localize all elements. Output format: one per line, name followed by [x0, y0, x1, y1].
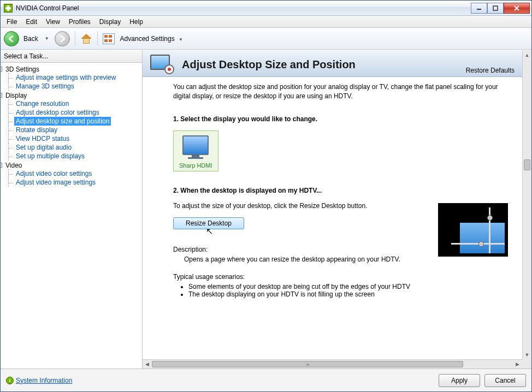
- content-area: Adjust Desktop Size and Position Restore…: [143, 50, 531, 369]
- arrow-right-icon: [58, 35, 66, 43]
- tree-item[interactable]: Set up multiple displays: [14, 152, 86, 161]
- menu-display[interactable]: Display: [96, 17, 125, 27]
- back-history-dropdown[interactable]: ▼: [45, 36, 49, 41]
- step-2: 2. When the desktop is displayed on my H…: [173, 187, 506, 229]
- usage-list: Some elements of your desktop are being …: [188, 283, 506, 298]
- body: Select a Task... − 3D Settings Adjust im…: [1, 50, 531, 369]
- arrow-left-icon: [8, 35, 15, 43]
- display-label: Sharp HDMI: [179, 162, 212, 169]
- horizontal-scrollbar[interactable]: ◀ ▶: [143, 359, 522, 369]
- tree-group-display[interactable]: Display: [4, 91, 28, 100]
- menubar: File Edit View Profiles Display Help: [1, 16, 531, 28]
- app-icon: [4, 4, 13, 13]
- toolbar: Back ▼ Advanced Settings ▼: [1, 28, 531, 50]
- tree-item[interactable]: Change resolution: [14, 99, 70, 108]
- tree-item[interactable]: Rotate display: [14, 126, 59, 134]
- tree-group-video[interactable]: Video: [4, 161, 23, 170]
- scroll-thumb[interactable]: [152, 361, 463, 367]
- tree-item[interactable]: Adjust video image settings: [14, 178, 97, 187]
- chevron-down-icon: ▼: [179, 37, 183, 42]
- step-1-title: 1. Select the display you would like to …: [173, 115, 506, 123]
- task-tree: − 3D Settings Adjust image settings with…: [1, 63, 142, 369]
- monitor-icon: [182, 135, 209, 155]
- info-icon: i: [6, 377, 14, 384]
- tree-group-3d-settings[interactable]: 3D Settings: [4, 65, 41, 74]
- page-title: Adjust Desktop Size and Position: [182, 58, 515, 74]
- usage-item: The desktop displaying on your HDTV is n…: [188, 290, 506, 298]
- tree-item[interactable]: View HDCP status: [14, 134, 71, 143]
- description-body: Opens a page where you can resize the de…: [173, 256, 506, 263]
- tree-item[interactable]: Adjust video color settings: [14, 169, 93, 178]
- scroll-left-arrow[interactable]: ◀: [143, 360, 152, 369]
- system-information-link[interactable]: i System Information: [6, 377, 72, 384]
- display-card-sharp-hdmi[interactable]: Sharp HDMI: [173, 130, 218, 171]
- menu-view[interactable]: View: [42, 17, 64, 27]
- scroll-thumb[interactable]: [524, 159, 530, 170]
- svg-rect-1: [493, 6, 498, 10]
- cancel-button[interactable]: Cancel: [484, 374, 526, 387]
- step-1: 1. Select the display you would like to …: [173, 115, 506, 171]
- restore-defaults-link[interactable]: Restore Defaults: [466, 67, 515, 74]
- tree-toggle[interactable]: −: [1, 93, 2, 98]
- advanced-settings-dropdown[interactable]: Advanced Settings ▼: [120, 35, 185, 43]
- tree-item[interactable]: Adjust desktop color settings: [14, 108, 101, 117]
- minimize-button[interactable]: [471, 3, 487, 14]
- tree-item[interactable]: Manage 3D settings: [14, 82, 76, 91]
- tree-toggle[interactable]: −: [1, 67, 2, 72]
- separator: [97, 32, 98, 46]
- scroll-down-arrow[interactable]: ▼: [523, 350, 531, 359]
- apply-button[interactable]: Apply: [439, 374, 480, 387]
- window-title: NVIDIA Control Panel: [16, 4, 471, 12]
- back-label: Back: [23, 35, 38, 43]
- tree-item-selected[interactable]: Adjust desktop size and position: [14, 117, 111, 126]
- back-button[interactable]: [4, 31, 19, 46]
- close-button[interactable]: [504, 3, 530, 14]
- menu-help[interactable]: Help: [126, 17, 147, 27]
- titlebar: NVIDIA Control Panel: [1, 1, 531, 16]
- forward-button[interactable]: [55, 31, 70, 46]
- vertical-scrollbar[interactable]: ▲ ▼: [522, 50, 531, 359]
- tree-item[interactable]: Adjust image settings with preview: [14, 73, 117, 82]
- task-sidebar: Select a Task... − 3D Settings Adjust im…: [1, 50, 143, 369]
- usage-heading: Typical usage scenarios:: [173, 273, 506, 281]
- tree-toggle[interactable]: −: [1, 163, 2, 168]
- maximize-button[interactable]: [487, 3, 504, 14]
- footer: i System Information Apply Cancel: [1, 369, 531, 391]
- view-mode-button[interactable]: [103, 33, 115, 44]
- usage-item: Some elements of your desktop are being …: [188, 283, 506, 290]
- page-header-icon: [150, 55, 174, 74]
- resize-preview-image: [438, 203, 508, 257]
- step-2-title: 2. When the desktop is displayed on my H…: [173, 187, 506, 194]
- scroll-up-arrow[interactable]: ▲: [523, 50, 531, 60]
- home-button[interactable]: [80, 33, 92, 45]
- intro-text: You can adjust the desktop size and posi…: [173, 82, 506, 101]
- cursor-icon: ↖: [206, 226, 213, 236]
- page-header: Adjust Desktop Size and Position Restore…: [143, 50, 522, 77]
- separator: [75, 32, 75, 46]
- sidebar-header: Select a Task...: [1, 50, 142, 63]
- menu-file[interactable]: File: [3, 17, 21, 27]
- menu-profiles[interactable]: Profiles: [65, 17, 94, 27]
- tree-item[interactable]: Set up digital audio: [14, 143, 73, 152]
- scroll-corner: [522, 359, 531, 369]
- nvidia-control-panel-window: NVIDIA Control Panel File Edit View Prof…: [0, 0, 532, 392]
- scroll-right-arrow[interactable]: ▶: [513, 360, 522, 369]
- menu-edit[interactable]: Edit: [22, 17, 41, 27]
